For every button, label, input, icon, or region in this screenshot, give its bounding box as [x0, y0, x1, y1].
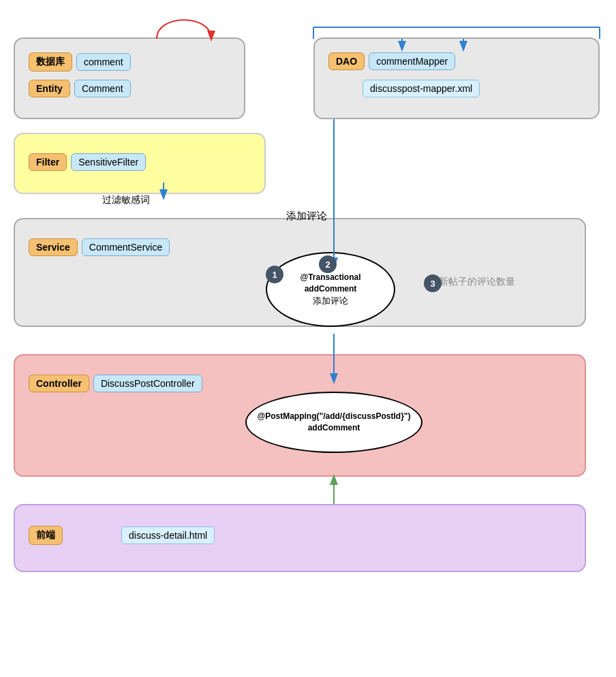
filter-layer: Filter SensitiveFilter [14, 133, 266, 194]
diagram-container: 数据库 comment Entity Comment DAO commentMa… [0, 0, 616, 677]
entity-tag: Entity [29, 80, 70, 97]
service-ellipse-line1: @Transactional [300, 272, 360, 283]
frontend-tag: 前端 [29, 526, 63, 545]
db-layer: 数据库 comment Entity Comment [14, 37, 245, 119]
controller-tag: Controller [29, 375, 89, 392]
discusspost-mapper-tag: discusspost-mapper.xml [363, 80, 480, 97]
controller-ellipse-line1: @PostMapping("/add/{discussPostId}") [257, 411, 410, 422]
service-tag: Service [29, 238, 78, 256]
badge-2: 2 [319, 255, 337, 273]
dao-layer: DAO commentMapper discusspost-mapper.xml [313, 37, 600, 119]
commentMapper-tag: commentMapper [369, 52, 455, 70]
controller-ellipse-line2: addComment [308, 422, 360, 434]
db-comment-tag: comment [76, 53, 131, 71]
comment-service-tag: CommentService [82, 238, 170, 256]
update-comment-count-annotation: 更新帖子的评论数量 [429, 276, 515, 288]
add-comment-annotation: 添加评论 [286, 210, 327, 223]
dao-tag: DAO [328, 52, 365, 70]
sensitive-filter-tag: SensitiveFilter [71, 153, 146, 171]
badge-3: 3 [424, 274, 442, 292]
db-Comment-tag: Comment [74, 80, 131, 97]
filter-tag: Filter [29, 153, 67, 171]
discuss-post-controller-tag: DiscussPostController [93, 375, 202, 392]
db-tag: 数据库 [29, 52, 72, 72]
service-ellipse-line2: addComment [305, 283, 357, 295]
controller-ellipse: @PostMapping("/add/{discussPostId}") add… [245, 392, 422, 453]
frontend-layer: 前端 discuss-detail.html [14, 504, 586, 572]
discuss-detail-tag: discuss-detail.html [121, 526, 215, 544]
filter-annotation: 过滤敏感词 [102, 194, 150, 206]
service-ellipse-line3: 添加评论 [313, 295, 348, 307]
badge-1: 1 [266, 266, 283, 283]
